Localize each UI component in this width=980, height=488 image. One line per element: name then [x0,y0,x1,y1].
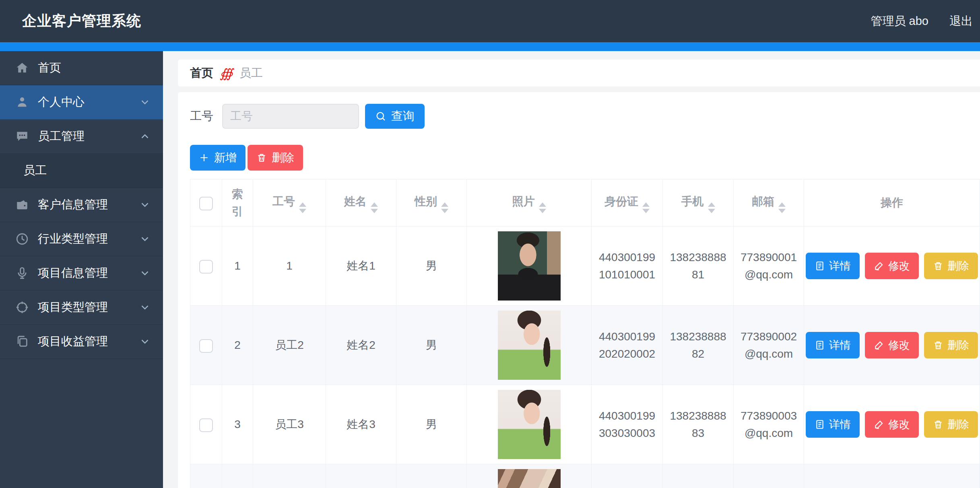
sidebar-item-label: 项目类型管理 [38,299,139,315]
cell-gender: 男 [396,306,467,385]
remove-button[interactable]: 删除 [924,253,978,279]
row-actions: 详情 修改 删除 [809,411,975,438]
employee-photo [498,311,561,380]
remove-button-label: 删除 [947,259,969,273]
table-row: 1 1 姓名1 男 440300199101010001 13823888881… [190,226,980,306]
document-icon [815,340,825,350]
cell-gender: 男 [396,226,467,306]
job-no-input[interactable] [222,104,359,129]
cell-name: 姓名2 [326,306,396,385]
table-header-row: 索引 工号 姓名 性别 照片 [190,179,980,226]
header-label: 姓名 [344,195,367,208]
header-label: 工号 [272,195,295,208]
chevron-down-icon [139,199,151,211]
breadcrumb-separator-icon: ∰ [220,66,233,80]
query-button[interactable]: 查询 [365,104,425,129]
employee-photo [498,231,561,301]
detail-button[interactable]: 详情 [806,332,860,358]
delete-button-label: 删除 [272,150,294,165]
chevron-down-icon [139,233,151,245]
header-job-no[interactable]: 工号 [253,179,326,226]
clock-icon [14,231,30,247]
breadcrumb-home[interactable]: 首页 [190,65,213,81]
delete-button[interactable]: 删除 [248,145,303,171]
sort-icon[interactable] [371,202,378,213]
header-label: 手机 [681,195,704,208]
sort-icon[interactable] [441,202,448,213]
edit-button[interactable]: 修改 [865,332,919,358]
remove-button-label: 删除 [947,338,969,352]
row-checkbox[interactable] [199,339,213,353]
edit-button[interactable]: 修改 [865,253,919,279]
detail-button-label: 详情 [829,259,851,273]
sidebar-item-label: 首页 [38,60,151,76]
cell-index: 1 [222,226,253,306]
add-button[interactable]: 新增 [190,145,246,171]
breadcrumb-current: 员工 [239,65,263,81]
cell-job-no [253,464,326,488]
header-name[interactable]: 姓名 [326,179,396,226]
cell-phone: 13823888882 [663,306,734,385]
sidebar-item-project-type[interactable]: 项目类型管理 [0,290,163,325]
cell-job-no: 员工3 [253,385,326,464]
detail-button[interactable]: 详情 [806,253,860,279]
sidebar-item-home[interactable]: 首页 [0,51,163,85]
cell-email [734,464,804,488]
sort-icon[interactable] [299,202,306,213]
app-title: 企业客户管理系统 [22,11,141,31]
row-checkbox[interactable] [199,418,213,432]
cell-index: 2 [222,306,253,385]
cell-id-card [592,464,663,488]
sidebar-item-personal-center[interactable]: 个人中心 [0,85,163,119]
select-all-checkbox[interactable] [199,197,213,210]
cell-index: 3 [222,385,253,464]
sidebar-item-label: 员工管理 [38,128,139,144]
admin-user-label: 管理员 abo [871,13,928,29]
remove-button[interactable]: 删除 [924,411,978,438]
sidebar-item-label: 员工 [23,163,151,179]
sidebar-item-project-revenue[interactable]: 项目收益管理 [0,325,163,359]
user-icon [14,95,30,110]
chevron-down-icon [139,301,151,313]
chat-icon [14,129,30,144]
header-label: 索引 [232,188,243,218]
cell-id-card: 440300199303030003 [592,385,663,464]
accent-bar [0,42,980,51]
edit-button-label: 修改 [888,417,910,432]
edit-button-label: 修改 [888,259,910,273]
header-photo[interactable]: 照片 [467,179,592,226]
sidebar-item-label: 项目信息管理 [38,265,139,281]
row-checkbox[interactable] [199,260,213,274]
remove-button[interactable]: 删除 [924,332,978,358]
cell-name [326,464,396,488]
detail-button[interactable]: 详情 [806,411,860,438]
sidebar-subitem-employee[interactable]: 员工 [0,154,163,188]
detail-button-label: 详情 [829,417,851,432]
logout-link[interactable]: 退出 [949,13,973,29]
header-gender[interactable]: 性别 [396,179,467,226]
header-phone[interactable]: 手机 [663,179,734,226]
edit-button[interactable]: 修改 [865,411,919,438]
sidebar-item-employee-management[interactable]: 员工管理 [0,119,163,154]
document-icon [815,261,825,271]
plus-icon [199,152,209,163]
header-label: 身份证 [605,195,638,208]
header-email[interactable]: 邮箱 [734,179,804,226]
sort-icon[interactable] [642,202,650,213]
sidebar-item-industry-type[interactable]: 行业类型管理 [0,222,163,256]
sidebar-item-project-info[interactable]: 项目信息管理 [0,256,163,290]
sort-icon[interactable] [539,202,546,213]
microphone-icon [14,266,30,281]
cell-email: 773890001@qq.com [734,226,804,306]
header-label: 邮箱 [752,195,774,208]
sort-icon[interactable] [708,202,715,213]
header-id-card[interactable]: 身份证 [592,179,663,226]
cell-job-no: 1 [253,226,326,306]
sidebar-item-label: 个人中心 [38,94,139,110]
sidebar-item-customer-info[interactable]: 客户信息管理 [0,188,163,222]
pencil-icon [874,419,884,430]
cell-name: 姓名3 [326,385,396,464]
sort-icon[interactable] [778,202,786,213]
edit-button-label: 修改 [888,338,910,352]
trash-icon [256,152,267,163]
